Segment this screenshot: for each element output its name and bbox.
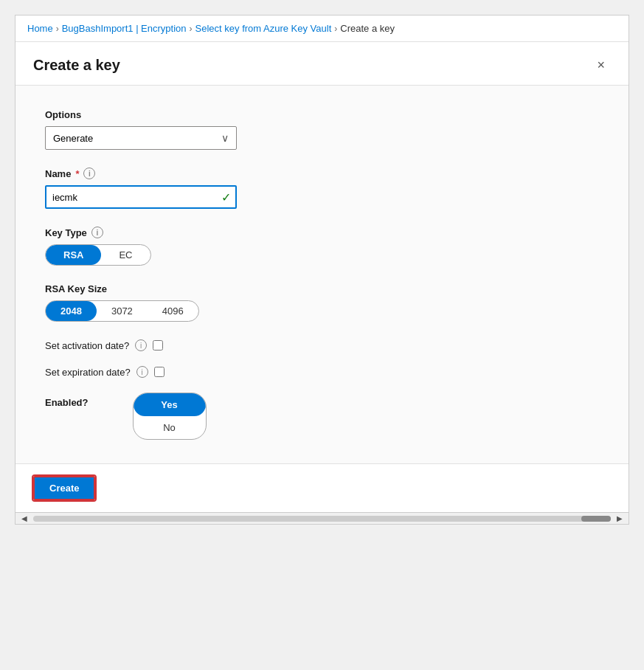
key-size-2048-option[interactable]: 2048 (46, 301, 97, 321)
enabled-toggle-group: Yes No (133, 393, 207, 440)
key-type-toggle-group: RSA EC (45, 244, 151, 266)
expiration-date-row: Set expiration date? i (45, 366, 599, 378)
scroll-left-arrow[interactable]: ◀ (18, 513, 30, 524)
breadcrumb-current: Create a key (340, 23, 395, 34)
options-selected-value: Generate (53, 133, 93, 144)
key-size-4096-option[interactable]: 4096 (148, 301, 198, 321)
activation-date-label: Set activation date? (45, 340, 129, 351)
expiration-date-checkbox[interactable] (154, 367, 165, 377)
key-type-rsa-option[interactable]: RSA (46, 245, 101, 265)
scroll-right-arrow[interactable]: ▶ (614, 513, 626, 524)
create-button[interactable]: Create (33, 476, 95, 500)
breadcrumb-encryption[interactable]: BugBashImport1 | Encryption (62, 23, 187, 34)
options-field-group: Options Generate ∨ (45, 109, 599, 150)
dialog-footer: Create (15, 463, 629, 512)
breadcrumb: Home › BugBashImport1 | Encryption › Sel… (15, 15, 629, 42)
activation-date-info-icon[interactable]: i (135, 339, 147, 351)
options-label: Options (45, 109, 599, 120)
enabled-no-option[interactable]: No (134, 416, 206, 439)
key-type-field-group: Key Type i RSA EC (45, 227, 599, 266)
breadcrumb-sep-2: › (190, 24, 193, 34)
name-label: Name * i (45, 168, 599, 179)
breadcrumb-sep-1: › (56, 24, 59, 34)
scroll-thumb (581, 516, 611, 522)
name-info-icon[interactable]: i (83, 168, 95, 179)
key-type-label: Key Type i (45, 227, 599, 238)
page-wrapper: Home › BugBashImport1 | Encryption › Sel… (15, 15, 629, 525)
breadcrumb-sep-3: › (334, 24, 337, 34)
name-field-group: Name * i ✓ (45, 168, 599, 209)
input-valid-icon: ✓ (221, 190, 231, 204)
key-type-ec-option[interactable]: EC (101, 245, 150, 265)
enabled-row: Enabled? Yes No (45, 393, 599, 440)
scrollbar-area: ◀ ▶ (15, 512, 629, 524)
expiration-date-label: Set expiration date? (45, 367, 131, 378)
enabled-label: Enabled? (45, 393, 89, 408)
activation-date-checkbox[interactable] (153, 340, 163, 350)
name-input-wrapper: ✓ (45, 185, 237, 209)
name-input[interactable] (45, 185, 237, 209)
options-dropdown[interactable]: Generate ∨ (45, 126, 237, 150)
breadcrumb-home[interactable]: Home (27, 23, 53, 34)
enabled-yes-option[interactable]: Yes (134, 393, 206, 416)
scroll-track[interactable] (33, 516, 611, 522)
rsa-key-size-field-group: RSA Key Size 2048 3072 4096 (45, 283, 599, 322)
activation-date-row: Set activation date? i (45, 339, 599, 351)
breadcrumb-select-key[interactable]: Select key from Azure Key Vault (195, 23, 332, 34)
rsa-key-size-toggle-group: 2048 3072 4096 (45, 300, 199, 322)
close-button[interactable]: × (591, 55, 611, 75)
key-size-3072-option[interactable]: 3072 (97, 301, 148, 321)
dialog-title: Create a key (33, 57, 120, 74)
key-type-info-icon[interactable]: i (91, 227, 103, 238)
dialog-content: Options Generate ∨ Name * i ✓ (15, 86, 629, 463)
create-key-dialog: Create a key × Options Generate ∨ Name * (15, 42, 629, 524)
expiration-date-info-icon[interactable]: i (136, 366, 148, 378)
dialog-header: Create a key × (15, 42, 629, 86)
required-indicator: * (75, 168, 79, 179)
rsa-key-size-label: RSA Key Size (45, 283, 599, 294)
chevron-down-icon: ∨ (221, 132, 229, 144)
